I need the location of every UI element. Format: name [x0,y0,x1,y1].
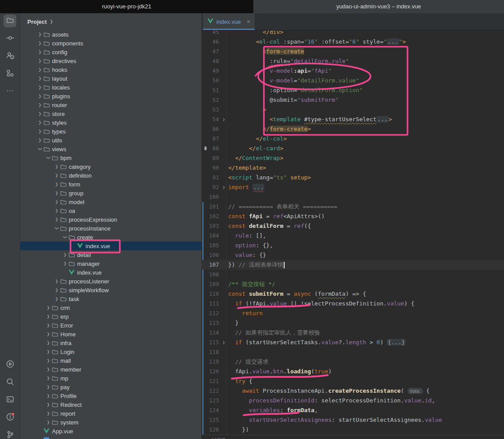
chevron-collapsed-icon[interactable]: ❯ [44,367,52,372]
tree-item-store[interactable]: ❯store [20,109,201,118]
chevron-collapsed-icon[interactable]: ❯ [44,411,52,416]
code-line-119[interactable]: 119 // 提交请求 [201,357,504,367]
code-line-114[interactable]: 114 // 如果有指定审批人，需要校验 [201,328,504,338]
tree-item-create[interactable]: ❯create [20,233,201,242]
tree-item-config[interactable]: ❯config [20,48,201,56]
tree-item-processListener[interactable]: ❯processListener [20,277,201,286]
fold-arrow-icon[interactable]: ❯ [221,182,227,192]
tree-item-group[interactable]: ❯group [20,189,201,197]
code-line-88[interactable]: 88 </el-card> [201,144,504,153]
chevron-collapsed-icon[interactable]: ❯ [36,50,44,54]
code-line-102[interactable]: 102const fApi = ref<ApiAttrs>() [201,212,504,221]
code-line-120[interactable]: 120 fApi.value.btn.loading(true) [201,367,504,376]
chevron-collapsed-icon[interactable]: ❯ [53,182,60,186]
chevron-collapsed-icon[interactable]: ❯ [36,32,44,37]
chevron-collapsed-icon[interactable]: ❯ [36,85,44,89]
fold-arrow-icon[interactable]: ❯ [221,115,227,124]
code-line-124[interactable]: 124 variables: formData, [201,406,504,415]
chevron-collapsed-icon[interactable]: ❯ [44,420,52,424]
chevron-collapsed-icon[interactable]: ❯ [36,59,44,63]
code-line-91[interactable]: 91<script lang="ts" setup> [201,173,504,182]
tree-item-types[interactable]: ❯types [20,127,201,136]
project-panel-header[interactable]: Project ❯ [20,13,201,30]
code-line-101[interactable]: 101// ========== 表单相关 ========== [201,202,504,212]
tree-item-Home[interactable]: ❯Home [20,330,201,339]
chevron-collapsed-icon[interactable]: ❯ [44,402,52,407]
tree-item-category[interactable]: ❯category [20,162,201,171]
chevron-expanded-icon[interactable]: ❯ [63,234,67,241]
terminal-tool-button[interactable] [4,394,16,406]
tree-item-task[interactable]: ❯task [20,294,201,303]
tree-item-model[interactable]: ❯model [20,197,201,206]
tree-item-definition[interactable]: ❯definition [20,171,201,180]
tree-item-utils[interactable]: ❯utils [20,136,201,145]
tree-item-report[interactable]: ❯report [20,409,201,418]
tree-item-processExpression[interactable]: ❯processExpression [20,215,201,224]
more-tool-windows-button[interactable] [4,85,16,98]
code-line-111[interactable]: 111 if (!fApi.value || !selectProcessDef… [201,299,504,309]
code-line-108[interactable]: 108 [201,270,504,279]
chevron-expanded-icon[interactable]: ❯ [46,154,51,162]
tree-item-plugins[interactable]: ❯plugins [20,92,201,100]
code-line-90[interactable]: 90</template> [201,163,504,173]
chevron-collapsed-icon[interactable]: ❯ [44,305,52,310]
chevron-collapsed-icon[interactable]: ❯ [36,138,44,142]
code-line-103[interactable]: 103const detailForm = ref({ [201,221,504,231]
chevron-collapsed-icon[interactable]: ❯ [53,164,60,169]
tree-item-crm[interactable]: ❯crm [20,303,201,312]
code-line-126[interactable]: 126 }) [201,425,504,435]
tree-item-styles[interactable]: ❯styles [20,118,201,127]
tree-item-hooks[interactable]: ❯hooks [20,65,201,74]
pull-requests-tool-button[interactable] [4,50,16,63]
code-line-51[interactable]: 51 :option="detailForm.option" [201,86,504,95]
code-line-46[interactable]: 46 <el-col :span="16" :offset="6" style=… [201,37,504,47]
chevron-collapsed-icon[interactable]: ❯ [44,332,52,336]
code-line-47[interactable]: 47 <form-create [201,47,504,56]
chevron-collapsed-icon[interactable]: ❯ [61,253,69,257]
chevron-collapsed-icon[interactable]: ❯ [44,350,52,354]
chevron-collapsed-icon[interactable]: ❯ [36,103,44,107]
code-line-112[interactable]: 112 return [201,309,504,318]
chevron-collapsed-icon[interactable]: ❯ [53,217,60,222]
chevron-expanded-icon[interactable]: ❯ [38,145,42,153]
tree-item-processInstance[interactable]: ❯processInstance [20,224,201,233]
commit-tool-button[interactable] [4,32,16,45]
code-line-53[interactable]: 53 > [201,105,504,115]
code-line-54[interactable]: 54❯ <template #type-startUserSelect...> [201,115,504,124]
code-line-109[interactable]: 109/** 提交按钮 */ [201,279,504,289]
chevron-collapsed-icon[interactable]: ❯ [44,323,52,327]
tree-item-detail[interactable]: ❯detail [20,250,201,259]
code-line-122[interactable]: 122 await ProcessInstanceApi.createProce… [201,386,504,396]
tree-item-erp[interactable]: ❯erp [20,312,201,321]
tree-item-oa[interactable]: ❯oa [20,206,201,215]
code-line-87[interactable]: 87 </el-col> [201,134,504,144]
chevron-collapsed-icon[interactable]: ❯ [36,41,44,45]
tree-item-manager[interactable]: ❯manager [20,259,201,268]
fold-arrow-icon[interactable]: ❯ [221,338,227,347]
code-line-115[interactable]: 115❯ if (startUserSelectTasks.value?.len… [201,338,504,347]
search-tool-button[interactable] [4,376,16,389]
tree-item-Redirect[interactable]: ❯Redirect [20,400,201,409]
chevron-collapsed-icon[interactable]: ❯ [53,191,60,195]
chevron-collapsed-icon[interactable]: ❯ [44,376,52,380]
chevron-collapsed-icon[interactable]: ❯ [53,208,60,213]
code-line-49[interactable]: 49 v-model:api="fApi" [201,66,504,76]
project-tool-button[interactable] [4,15,16,27]
code-line-48[interactable]: 48 :rule="detailForm.rule" [201,56,504,66]
chevron-collapsed-icon[interactable]: ❯ [53,279,60,283]
code-line-104[interactable]: 104 rule: [], [201,231,504,241]
chevron-collapsed-icon[interactable]: ❯ [53,297,60,301]
chevron-collapsed-icon[interactable]: ❯ [36,120,44,125]
tree-item-partial-file[interactable] [20,435,201,439]
code-line-107[interactable]: 107}) // 流程表单详情 [201,260,504,270]
problems-tool-button[interactable] [4,411,16,424]
tree-item-mp[interactable]: ❯mp [20,374,201,383]
tree-item-Profile[interactable]: ❯Profile [20,391,201,400]
code-line-121[interactable]: 121 try { [201,376,504,386]
tree-item-App.vue[interactable]: App.vue [20,427,201,435]
tree-item-index.vue[interactable]: index.vue [20,242,201,250]
chevron-collapsed-icon[interactable]: ❯ [53,288,60,292]
tree-item-assets[interactable]: ❯assets [20,30,201,39]
tree-item-member[interactable]: ❯member [20,365,201,374]
chevron-collapsed-icon[interactable]: ❯ [36,67,44,72]
